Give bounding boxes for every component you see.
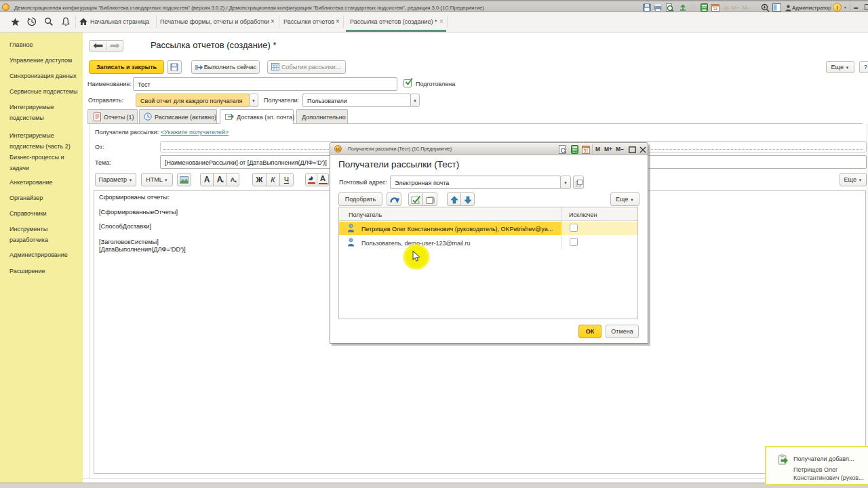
svg-text:31: 31	[713, 7, 718, 11]
svg-text:31: 31	[583, 148, 589, 153]
